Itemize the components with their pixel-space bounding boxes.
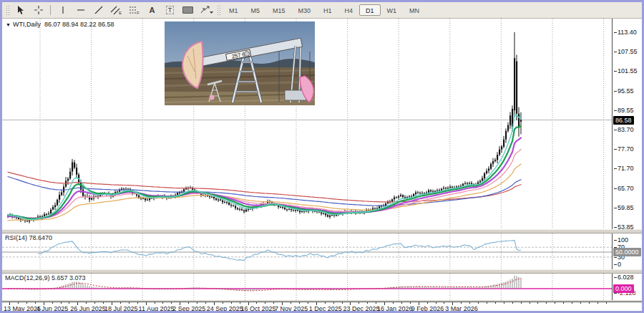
date-minor-tick [240,302,240,304]
price-axis-label: 59.85 [614,204,634,211]
date-minor-tick [333,302,334,304]
oil-pumpjack-photo[interactable]: 257 6 [165,21,315,105]
fibonacci-tool[interactable]: F [125,4,143,16]
date-minor-tick [461,302,462,304]
rsi-chart [2,233,612,269]
date-minor-tick [205,302,206,304]
timeframe-m30[interactable]: M30 [292,4,318,16]
date-minor-tick [358,302,359,304]
date-minor-tick [589,302,590,304]
timeframes-grip [217,5,220,15]
date-minor-tick [231,302,232,304]
main-chart-row: ▼WTI,Daily 86.07 88.94 82.22 86.58 [2,19,642,229]
symbol-label[interactable]: ▼WTI,Daily 86.07 88.94 82.22 86.58 [6,21,114,28]
timeframe-h4[interactable]: H4 [338,4,360,16]
date-label: 23 Dec 2025 [343,305,379,311]
symbol-dropdown-icon[interactable]: ▼ [6,22,11,27]
date-label: 7 Nov 2025 [275,305,308,311]
macd-axis: 6.028-2.1280.000 [612,274,642,300]
rsi-plot[interactable]: RSI(14) 78.6470 [2,233,612,269]
date-minor-tick [487,302,487,304]
date-minor-tick [427,302,428,304]
vertical-line-tool[interactable] [54,4,72,16]
rsi-axis: 1007030050.0000 [612,233,642,269]
rsi-value: 78.6470 [29,234,53,241]
timeframe-m15[interactable]: M15 [266,4,292,16]
rectangle-tool[interactable] [179,4,197,16]
macd-header: MACD(12,26,9) 5.657 3.073 [5,274,86,281]
date-minor-tick [376,302,376,304]
date-minor-tick [52,302,53,304]
svg-text:F: F [137,11,140,15]
date-minor-tick [291,302,291,304]
pumpjack-illustration: 257 6 [165,21,315,105]
price-axis-label: 71.70 [614,165,634,172]
date-minor-tick [367,302,368,304]
text-label-tool[interactable]: T [161,4,179,16]
toolbar-grip [6,5,9,15]
date-minor-tick [69,302,69,304]
macd-label: MACD(12,26,9) [5,274,50,281]
date-minor-tick [61,302,62,304]
chart-window-inner: EFAT M1M5M15M30H1H4D1W1MN ▼WTI,Daily 86.… [2,2,642,311]
crosshair-tool[interactable] [29,4,47,16]
equidistant-channel-tool[interactable]: E [107,4,125,16]
rsi-axis-label: 0 [614,261,621,268]
date-minor-tick [495,302,496,304]
date-minor-tick [18,302,19,304]
date-label: 1 Dec 2025 [309,305,342,311]
macd-axis-top: 6.028 [614,274,634,281]
macd-plot[interactable]: MACD(12,26,9) 5.657 3.073 [2,274,612,300]
date-minor-tick [597,302,598,304]
date-minor-tick [299,302,300,304]
trendline-tool[interactable] [89,4,107,16]
date-minor-tick [606,302,607,304]
price-axis-label: 95.55 [614,87,634,95]
price-axis-label: 65.70 [614,185,634,192]
date-minor-tick [504,302,504,304]
cursor-tool[interactable] [11,4,29,16]
date-minor-tick [223,302,223,304]
price-axis-label: 77.70 [614,145,634,153]
date-minor-tick [86,302,87,304]
date-minor-tick [35,302,36,304]
date-minor-tick [521,302,522,304]
date-minor-tick [563,302,564,304]
timeframe-h1[interactable]: H1 [317,4,338,16]
current-price-badge: 86.58 [613,116,634,125]
date-minor-tick [129,302,130,304]
macd-values: 5.657 3.073 [52,274,86,281]
rsi-label: RSI(14) [5,234,27,241]
price-axis-label: 101.55 [614,67,638,74]
macd-panel-row: MACD(12,26,9) 5.657 3.073 6.028-2.1280.0… [2,274,642,300]
horizontal-line-tool[interactable] [72,4,89,16]
arrows-tool[interactable] [197,4,215,16]
toolbar-separator [50,5,51,15]
date-label: 2 Sep 2025 [172,305,205,311]
rsi-level-badge: 50.0000 [613,248,641,256]
date-minor-tick [478,302,479,304]
date-minor-tick [197,302,197,304]
main-chart-plot[interactable]: ▼WTI,Daily 86.07 88.94 82.22 86.58 [2,19,612,229]
date-minor-tick [530,302,530,304]
timeframe-mn[interactable]: MN [403,4,426,16]
date-label: 16 Jan 2026 [377,305,413,311]
svg-text:E: E [119,11,122,15]
date-minor-tick [171,302,172,304]
timeframe-w1[interactable]: W1 [381,4,404,16]
date-minor-tick [155,302,155,304]
symbol-name: WTI,Daily [13,21,41,28]
price-axis-label: 113.40 [614,29,637,36]
date-label: 24 Sep 2025 [207,305,243,311]
date-axis[interactable]: 13 May 20254 Jun 202526 Jun 202518 Jul 2… [2,302,642,311]
timeframe-m1[interactable]: M1 [223,4,245,16]
timeframe-d1[interactable]: D1 [359,4,381,16]
price-axis-label: 83.70 [614,126,634,133]
date-label: 13 May 2025 [4,305,41,311]
date-label: 26 Jun 2025 [70,305,106,311]
timeframe-m5[interactable]: M5 [245,4,267,16]
date-minor-tick [401,302,402,304]
text-tool[interactable]: A [143,4,161,16]
date-label: 3 Mar 2026 [445,305,478,311]
price-axis: 113.40107.55101.5595.5589.5583.7077.7071… [612,19,642,229]
